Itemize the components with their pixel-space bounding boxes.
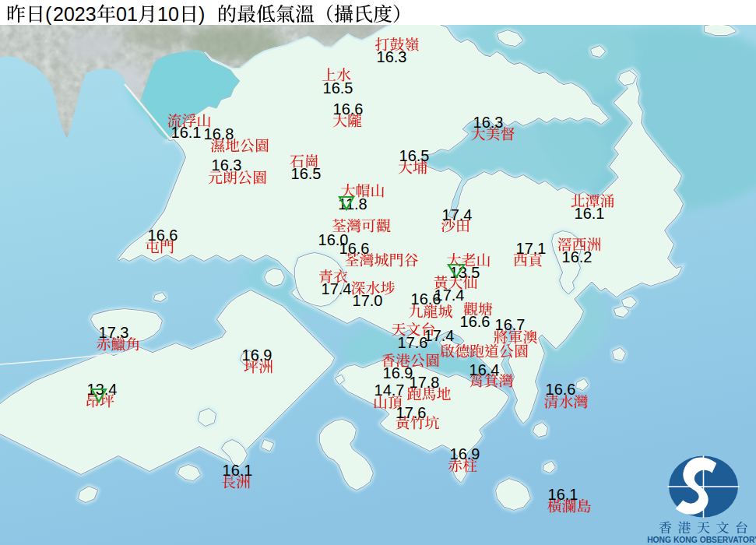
svg-text:16.4: 16.4 [469,361,500,378]
svg-text:16.9: 16.9 [450,445,480,462]
svg-text:16.8: 16.8 [204,125,234,142]
svg-text:16.6: 16.6 [339,240,370,257]
svg-text:16.9: 16.9 [242,346,273,364]
svg-text:16.6: 16.6 [333,100,364,118]
svg-text:17.4: 17.4 [424,327,455,344]
svg-text:16.3: 16.3 [212,156,242,174]
svg-text:16.2: 16.2 [562,248,592,265]
svg-text:17.4: 17.4 [322,280,352,297]
svg-text:16.5: 16.5 [323,79,353,97]
svg-text:2023: 2023 [53,3,97,25]
svg-text:): ) [199,3,205,25]
svg-text:16.5: 16.5 [399,147,430,164]
svg-text:10: 10 [157,3,179,25]
svg-text:17.4: 17.4 [442,206,473,223]
svg-text:17.0: 17.0 [353,292,383,309]
svg-text:17.1: 17.1 [516,240,547,257]
svg-text:16.6: 16.6 [411,290,441,308]
svg-text:01: 01 [116,3,138,25]
svg-text:17.3: 17.3 [99,324,129,341]
svg-text:17.6: 17.6 [396,404,427,421]
svg-text:16.1: 16.1 [171,124,202,141]
svg-text:(: ( [45,3,52,25]
svg-text:16.5: 16.5 [291,165,322,182]
svg-text:HONG KONG OBSERVATORY: HONG KONG OBSERVATORY [647,536,756,544]
svg-text:16.7: 16.7 [495,316,526,333]
svg-text:16.1: 16.1 [575,205,605,222]
svg-text:16.6: 16.6 [460,313,491,330]
svg-text:16.6: 16.6 [148,227,178,244]
svg-text:14.7: 14.7 [374,382,405,399]
svg-text:16.6: 16.6 [546,381,576,398]
svg-text:16.1: 16.1 [548,486,578,503]
svg-text:16.1: 16.1 [223,462,253,479]
svg-text:16.3: 16.3 [377,48,407,65]
svg-text:16.3: 16.3 [473,114,504,131]
svg-text:17.8: 17.8 [410,374,440,391]
